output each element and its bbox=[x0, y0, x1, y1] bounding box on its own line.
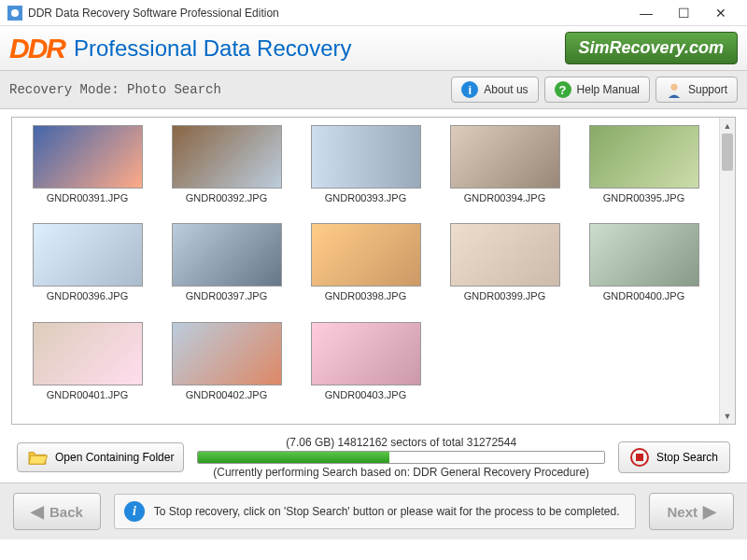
close-button[interactable]: ✕ bbox=[702, 0, 740, 26]
toolbar: Recovery Mode: Photo Search i About us ?… bbox=[0, 71, 747, 109]
back-label: Back bbox=[49, 504, 83, 520]
thumbnail-item[interactable]: GNDR00397.JPG bbox=[159, 223, 294, 317]
thumbnail-image bbox=[589, 223, 699, 287]
recovery-mode-label: Recovery Mode: Photo Search bbox=[9, 82, 445, 97]
thumbnail-item[interactable]: GNDR00394.JPG bbox=[437, 125, 572, 219]
thumbnail-filename: GNDR00391.JPG bbox=[20, 192, 155, 203]
tip-box: i To Stop recovery, click on 'Stop Searc… bbox=[114, 494, 637, 529]
stop-icon bbox=[630, 448, 649, 467]
info-icon: i bbox=[461, 81, 478, 98]
thumbnail-image bbox=[33, 322, 143, 385]
progress-area: Open Containing Folder (7.06 GB) 1481216… bbox=[0, 432, 747, 483]
maximize-button[interactable]: ☐ bbox=[665, 0, 702, 26]
thumbnail-filename: GNDR00400.JPG bbox=[576, 290, 712, 301]
header-title: Professional Data Recovery bbox=[74, 35, 351, 62]
svg-point-2 bbox=[670, 84, 677, 91]
thumbnail-item[interactable]: GNDR00393.JPG bbox=[298, 125, 433, 219]
arrow-right-icon: ▶ bbox=[703, 501, 716, 522]
thumbnail-filename: GNDR00398.JPG bbox=[298, 290, 433, 301]
help-manual-button[interactable]: ? Help Manual bbox=[544, 77, 650, 103]
thumbnail-image bbox=[450, 223, 560, 287]
thumbnail-filename: GNDR00397.JPG bbox=[159, 290, 294, 301]
thumbnail-image bbox=[172, 125, 282, 189]
titlebar: DDR Data Recovery Software Professional … bbox=[0, 0, 747, 26]
header: DDR Professional Data Recovery SimRecove… bbox=[0, 26, 747, 71]
about-label: About us bbox=[484, 83, 528, 96]
thumbnail-filename: GNDR00403.JPG bbox=[298, 389, 433, 400]
brand-badge: SimRecovery.com bbox=[565, 32, 738, 64]
thumbnail-item[interactable]: GNDR00392.JPG bbox=[159, 125, 294, 219]
thumbnail-item[interactable]: GNDR00396.JPG bbox=[20, 223, 155, 317]
arrow-left-icon: ◀ bbox=[31, 501, 44, 522]
thumbnail-filename: GNDR00396.JPG bbox=[20, 290, 155, 301]
thumbnail-image bbox=[311, 223, 421, 287]
thumbnail-item[interactable]: GNDR00401.JPG bbox=[20, 322, 155, 416]
open-containing-folder-button[interactable]: Open Containing Folder bbox=[17, 442, 184, 472]
tip-text: To Stop recovery, click on 'Stop Search'… bbox=[154, 505, 620, 518]
thumbnail-item[interactable]: GNDR00400.JPG bbox=[576, 223, 712, 317]
scroll-thumb[interactable] bbox=[722, 133, 733, 171]
next-label: Next bbox=[667, 504, 698, 520]
thumbnail-filename: GNDR00401.JPG bbox=[20, 389, 155, 400]
thumbnail-item[interactable]: GNDR00391.JPG bbox=[20, 125, 155, 219]
stop-label: Stop Search bbox=[656, 451, 718, 464]
thumbnail-pane: GNDR00391.JPGGNDR00392.JPGGNDR00393.JPGG… bbox=[11, 117, 736, 425]
thumbnail-image bbox=[311, 125, 421, 189]
thumbnail-image bbox=[33, 125, 143, 189]
progress-fill bbox=[198, 452, 388, 463]
thumbnail-filename: GNDR00392.JPG bbox=[159, 192, 294, 203]
back-button[interactable]: ◀ Back bbox=[13, 493, 101, 530]
thumbnail-image bbox=[589, 125, 699, 189]
thumbnail-item[interactable]: GNDR00402.JPG bbox=[159, 322, 294, 416]
help-icon: ? bbox=[555, 81, 571, 98]
minimize-button[interactable]: — bbox=[627, 0, 665, 26]
thumbnail-image bbox=[33, 223, 143, 287]
thumbnail-filename: GNDR00394.JPG bbox=[437, 192, 572, 203]
thumbnail-item[interactable]: GNDR00403.JPG bbox=[298, 322, 433, 416]
ddr-logo: DDR bbox=[9, 33, 64, 64]
scroll-up-button[interactable]: ▲ bbox=[720, 118, 735, 133]
app-icon bbox=[7, 6, 22, 21]
next-button[interactable]: Next ▶ bbox=[649, 493, 734, 530]
progress-stats: (7.06 GB) 14812162 sectors of total 3127… bbox=[197, 436, 605, 449]
thumbnail-image bbox=[311, 322, 421, 385]
window-title: DDR Data Recovery Software Professional … bbox=[28, 7, 627, 20]
scrollbar[interactable]: ▲ ▼ bbox=[719, 118, 735, 424]
thumbnail-item[interactable]: GNDR00399.JPG bbox=[437, 223, 572, 317]
progress-subtext: (Currently performing Search based on: D… bbox=[197, 466, 605, 479]
thumbnail-image bbox=[172, 223, 282, 287]
thumbnail-image bbox=[172, 322, 282, 385]
progress-bar bbox=[197, 451, 605, 464]
thumbnail-item[interactable]: GNDR00398.JPG bbox=[298, 223, 433, 317]
scroll-down-button[interactable]: ▼ bbox=[720, 408, 735, 424]
support-button[interactable]: Support bbox=[655, 77, 738, 103]
support-icon bbox=[666, 81, 683, 98]
thumbnail-image bbox=[450, 125, 560, 189]
stop-search-button[interactable]: Stop Search bbox=[618, 441, 730, 473]
thumbnail-item[interactable]: GNDR00395.JPG bbox=[576, 125, 712, 219]
thumbnail-filename: GNDR00399.JPG bbox=[437, 290, 572, 301]
thumbnail-filename: GNDR00393.JPG bbox=[298, 192, 433, 203]
help-label: Help Manual bbox=[577, 83, 640, 96]
thumbnail-filename: GNDR00395.JPG bbox=[576, 192, 712, 203]
support-label: Support bbox=[688, 83, 727, 96]
info-icon: i bbox=[124, 501, 145, 522]
about-us-button[interactable]: i About us bbox=[451, 77, 538, 103]
thumbnail-filename: GNDR00402.JPG bbox=[159, 389, 294, 400]
folder-icon bbox=[27, 449, 48, 466]
footer: ◀ Back i To Stop recovery, click on 'Sto… bbox=[0, 483, 747, 539]
svg-point-1 bbox=[11, 9, 19, 17]
open-folder-label: Open Containing Folder bbox=[55, 451, 174, 464]
